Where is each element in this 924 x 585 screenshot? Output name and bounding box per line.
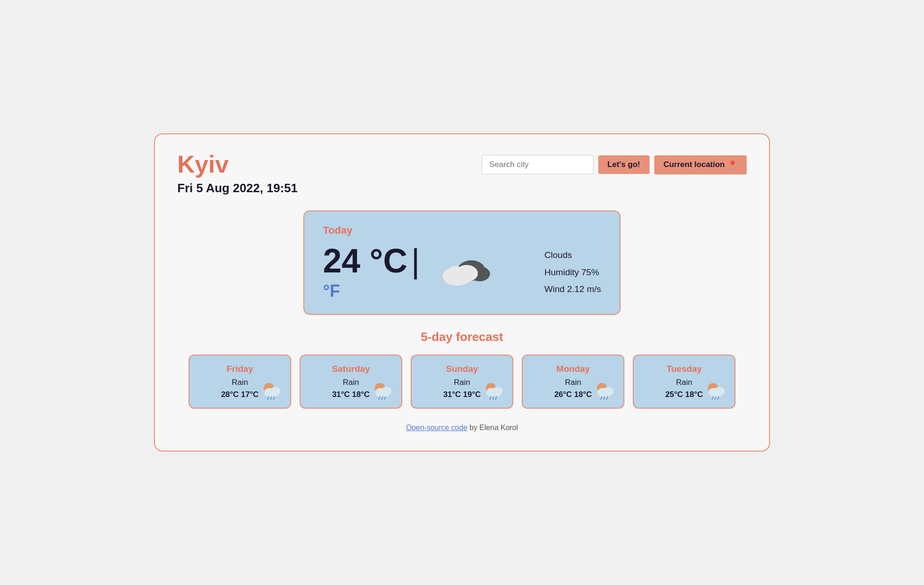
forecast-day: Tuesday — [641, 364, 727, 374]
svg-line-31 — [601, 397, 602, 399]
forecast-card: Saturday Rain 31°C 18°C — [300, 355, 402, 409]
forecast-card: Tuesday Rain 25°C 18°C — [633, 355, 735, 409]
open-source-link[interactable]: Open-source code — [406, 424, 468, 432]
forecast-day: Sunday — [419, 364, 505, 374]
forecast-title: 5-day forecast — [177, 330, 747, 344]
search-input[interactable] — [482, 155, 594, 174]
lets-go-button[interactable]: Let's go! — [598, 155, 650, 174]
forecast-grid: Friday Rain 28°C 17°C Saturday Rain 31°C… — [177, 355, 747, 409]
app-container: Kyiv Fri 5 Aug 2022, 19:51 Let's go! Cur… — [154, 133, 770, 451]
forecast-day: Monday — [530, 364, 616, 374]
today-card: Today 24 °C | °F — [303, 210, 621, 315]
temp-divider: | — [411, 244, 420, 278]
weather-details: Clouds Humidity 75% Wind 2.12 m/s — [545, 247, 601, 297]
svg-point-16 — [376, 388, 384, 396]
forecast-card: Sunday Rain 31°C 19°C — [411, 355, 513, 409]
svg-point-37 — [709, 388, 717, 396]
current-location-button[interactable]: Current location 📍 — [654, 155, 747, 174]
svg-line-17 — [379, 397, 380, 399]
header-right: Let's go! Current location 📍 — [482, 155, 747, 174]
svg-line-24 — [490, 397, 491, 399]
forecast-section: 5-day forecast Friday Rain 28°C 17°C Sat… — [177, 330, 747, 409]
svg-point-23 — [487, 388, 495, 396]
cloud-icon — [438, 253, 494, 292]
footer: Open-source code by Elena Korol — [177, 424, 747, 432]
header-left: Kyiv Fri 5 Aug 2022, 19:51 — [177, 151, 298, 195]
today-body: 24 °C | °F Clouds — [323, 244, 601, 301]
header: Kyiv Fri 5 Aug 2022, 19:51 Let's go! Cur… — [177, 151, 747, 195]
forecast-card: Monday Rain 26°C 18°C — [522, 355, 624, 409]
temp-section: 24 °C | °F — [323, 244, 424, 301]
svg-line-10 — [268, 397, 269, 399]
forecast-card: Friday Rain 28°C 17°C — [189, 355, 291, 409]
forecast-weather-icon — [259, 380, 284, 400]
footer-author: by Elena Korol — [468, 424, 518, 432]
wind-text: Wind 2.12 m/s — [545, 281, 601, 298]
current-location-label: Current location — [664, 160, 725, 169]
temp-fahrenheit[interactable]: °F — [323, 281, 340, 301]
forecast-weather-icon — [481, 380, 506, 400]
condition-text: Clouds — [545, 247, 601, 264]
forecast-weather-icon — [370, 380, 395, 400]
temp-row: 24 °C | — [323, 244, 424, 278]
humidity-text: Humidity 75% — [545, 264, 601, 281]
svg-point-30 — [598, 388, 606, 396]
temp-celsius: 24 °C — [323, 244, 407, 278]
svg-point-5 — [447, 266, 464, 281]
forecast-day: Saturday — [308, 364, 394, 374]
svg-line-38 — [712, 397, 713, 399]
svg-point-9 — [265, 388, 273, 396]
forecast-weather-icon — [592, 380, 617, 400]
city-name: Kyiv — [177, 151, 298, 178]
today-label: Today — [323, 224, 601, 237]
location-pin-icon: 📍 — [728, 160, 737, 170]
forecast-weather-icon — [703, 380, 728, 400]
date-time: Fri 5 Aug 2022, 19:51 — [177, 181, 298, 195]
forecast-day: Friday — [197, 364, 283, 374]
